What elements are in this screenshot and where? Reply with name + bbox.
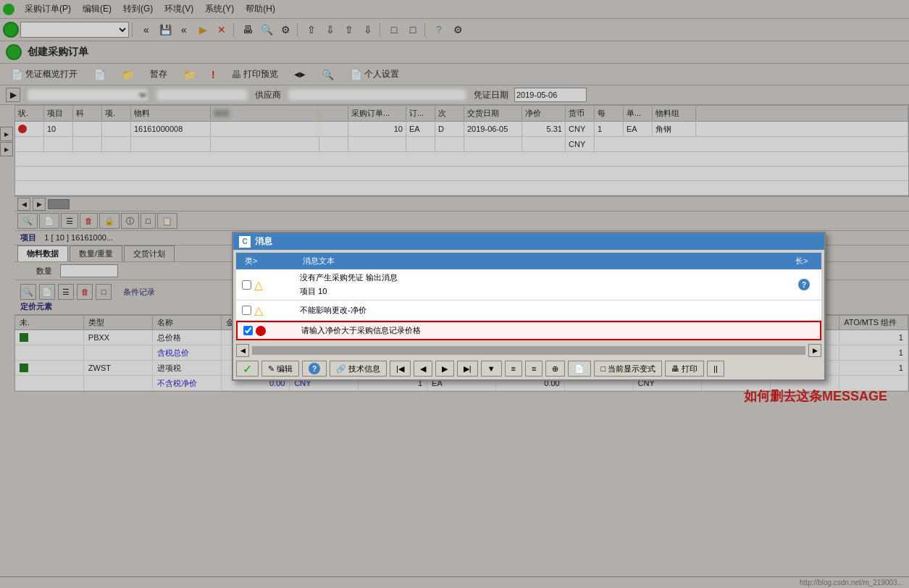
modal-cell-q-2 [792,309,821,312]
modal-scroll-left[interactable]: ◀ [236,344,249,357]
msg-text-1: 没有产生采购凭证 输出消息 [300,272,398,283]
modal-sort2-btn[interactable]: ≡ [525,361,543,377]
modal-scrollbar-track[interactable] [252,346,805,355]
modal-cell-text-3: 请输入净价大于采购信息记录价格 [296,324,791,337]
msg-checkbox-2[interactable] [242,306,251,315]
modal-message-row-1[interactable]: △ 没有产生采购凭证 输出消息 项目 10 ? [236,269,821,301]
modal-cell-checkbox-1: △ [236,277,294,293]
modal-message-row-3[interactable]: 请输入净价大于采购信息记录价格 [236,321,821,340]
msg-text-3: 请输入净价大于采购信息记录价格 [301,325,421,336]
modal-pause-btn[interactable]: || [707,361,724,377]
modal-message-row-2[interactable]: △ 不能影响更改-净价 [236,301,821,321]
modal-title-icon: C [239,236,251,248]
msg-checkbox-1[interactable] [242,280,251,290]
modal-sort1-btn[interactable]: ≡ [505,361,522,377]
modal-nav-prev-btn[interactable]: ◀ [414,361,432,377]
mth-text: 消息文本 [297,254,789,268]
modal-add-btn[interactable]: ⊕ [545,361,565,377]
modal-filter-btn[interactable]: ▼ [481,361,502,377]
modal-cell-q-1: ? [792,277,821,292]
warning-triangle-2: △ [254,303,263,317]
tech-info-label: 技术信息 [348,364,380,374]
modal-cell-checkbox-3 [238,324,296,337]
edit-icon: ✎ [268,364,275,374]
modal-ok-btn[interactable]: ✓ [236,361,259,377]
modal-nav-last-btn[interactable]: ▶| [457,361,478,377]
modal-nav-first-btn[interactable]: |◀ [390,361,411,377]
modal-title-bar: C 消息 [233,233,824,250]
modal-tech-info-btn[interactable]: 🔗 技术信息 [330,361,387,377]
message-dialog: C 消息 类> 消息文本 长> △ 没有产生采购凭证 输出消息 项目 10 [232,232,826,381]
error-circle-3 [256,326,266,336]
modal-table-header: 类> 消息文本 长> [236,253,821,269]
modal-cell-text-2: 不能影响更改-净价 [294,303,792,317]
modal-content: 类> 消息文本 长> △ 没有产生采购凭证 输出消息 项目 10 ? [233,250,824,343]
question-icon-1: ? [798,279,810,290]
mth-long: 长> [789,254,818,268]
modal-print-btn[interactable]: 🖶 打印 [665,361,704,377]
ok-icon: ✓ [243,362,252,376]
print-label-modal: 打印 [682,364,698,374]
modal-doc-btn[interactable]: 📄 [568,361,591,377]
msg-detail-1: 项目 10 [300,286,327,297]
modal-footer: ✓ ✎ 编辑 ? 🔗 技术信息 |◀ ◀ ▶ ▶| ▼ ≡ ≡ ⊕ 📄 □ [233,358,824,379]
modal-cell-checkbox-2: △ [236,302,294,319]
modal-help-btn[interactable]: ? [302,361,327,377]
warning-triangle-1: △ [254,278,263,292]
modal-cell-text-1: 没有产生采购凭证 输出消息 项目 10 [294,271,792,298]
display-variant-label: □ 当前显示变式 [600,364,655,374]
modal-edit-btn[interactable]: ✎ 编辑 [261,361,299,377]
modal-title-text: 消息 [255,235,272,248]
msg-checkbox-3[interactable] [243,326,253,335]
help-question-icon: ? [309,363,320,374]
msg-text-2: 不能影响更改-净价 [300,305,366,316]
modal-cell-q-3 [791,329,820,332]
modal-nav-next-btn[interactable]: ▶ [435,361,454,377]
modal-scroll-right[interactable]: ▶ [808,344,821,357]
modal-scroll-bar: ◀ ▶ [233,343,824,358]
edit-label: 编辑 [277,364,293,374]
modal-display-variant-btn[interactable]: □ 当前显示变式 [594,361,662,377]
mth-type: 类> [239,254,297,268]
link-icon: 🔗 [336,364,346,374]
print-icon-modal: 🖶 [671,364,679,373]
